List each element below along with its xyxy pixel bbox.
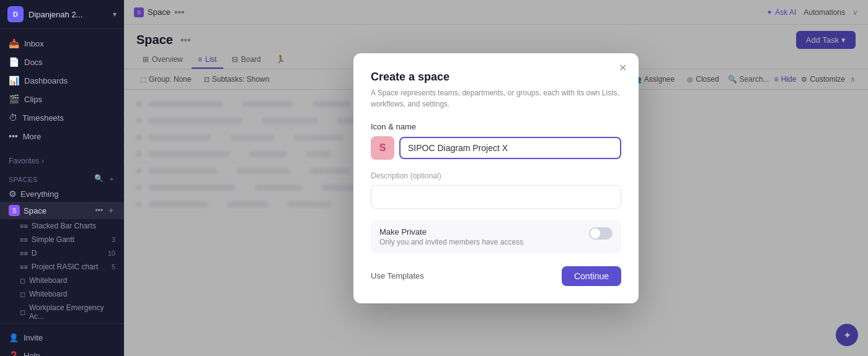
- spaces-label: Spaces: [9, 176, 38, 183]
- subitem-label: Whiteboard: [29, 290, 67, 298]
- sidebar-subitem-project-rasic[interactable]: ≡≡ Project RASIC chart 5: [0, 260, 124, 274]
- workplace-icon: ◻: [20, 308, 25, 316]
- sidebar-nav: 📥 Inbox 📄 Docs 📊 Dashboards 🎬 Clips ⏱ Ti…: [0, 29, 124, 150]
- help-icon: ❓: [9, 351, 19, 356]
- sidebar-header[interactable]: D Dipanjenah 2... ▾: [0, 0, 124, 29]
- inbox-icon: 📥: [9, 38, 19, 48]
- sidebar-subitem-whiteboard1[interactable]: ◻ Whiteboard: [0, 274, 124, 287]
- sidebar-item-label: Dashboards: [24, 76, 68, 85]
- dashboards-icon: 📊: [9, 76, 19, 85]
- continue-button[interactable]: Continue: [562, 266, 621, 286]
- subitem-label: D: [32, 249, 37, 258]
- sidebar-subitem-d[interactable]: ≡≡ D 10: [0, 246, 124, 260]
- subitem-label: Whiteboard: [29, 276, 67, 285]
- sidebar-item-label: Clips: [24, 95, 42, 104]
- toggle-knob: [590, 228, 600, 238]
- whiteboard-icon: ◻: [20, 290, 25, 298]
- create-space-modal: ✕ Create a space A Space represents team…: [353, 53, 639, 303]
- subitem-label: Stacked Bar Charts: [32, 222, 96, 230]
- modal-subtitle: A Space represents teams, departments, o…: [371, 87, 621, 110]
- description-label: Description (optional): [371, 171, 621, 180]
- sidebar-item-label: More: [23, 132, 42, 141]
- space-more-icon[interactable]: •••: [95, 206, 103, 215]
- sidebar-item-clips[interactable]: 🎬 Clips: [0, 90, 124, 108]
- make-private-toggle[interactable]: [589, 227, 613, 240]
- description-input[interactable]: [371, 185, 621, 209]
- private-title: Make Private: [379, 227, 523, 237]
- spaces-actions: 🔍 ＋: [94, 174, 115, 185]
- space-icon-picker[interactable]: S: [371, 136, 394, 160]
- main-content: S Space ••• ✦ Ask AI Automations ∨ Space…: [124, 0, 868, 356]
- sidebar-bottom: 👤 Invite ❓ Help: [0, 323, 124, 356]
- space-label: Space: [24, 206, 46, 215]
- space-add-icon[interactable]: ＋: [107, 205, 115, 216]
- help-label: Help: [24, 351, 40, 356]
- modal-footer: Use Templates Continue: [371, 266, 621, 286]
- sidebar-subitem-stacked-bar-charts[interactable]: ≡≡ Stacked Bar Charts: [0, 219, 124, 233]
- subitem-label: Simple Gantt: [32, 235, 74, 244]
- subitem-badge: 10: [108, 250, 115, 257]
- workspace-name: Dipanjenah 2...: [29, 10, 108, 19]
- subitem-label: Project RASIC chart: [32, 263, 98, 271]
- list-icon: ≡≡: [20, 222, 28, 230]
- sidebar-item-docs[interactable]: 📄 Docs: [0, 53, 124, 71]
- whiteboard-icon: ◻: [20, 277, 25, 285]
- invite-button[interactable]: 👤 Invite: [0, 329, 124, 347]
- favorites-label[interactable]: Favorites ›: [0, 153, 124, 169]
- sidebar-item-label: Inbox: [24, 39, 44, 48]
- sidebar-item-space[interactable]: S Space ••• ＋: [0, 202, 124, 219]
- sidebar: D Dipanjenah 2... ▾ 📥 Inbox 📄 Docs 📊 Das…: [0, 0, 124, 356]
- list-icon: ≡≡: [20, 263, 28, 271]
- subitem-badge: 5: [112, 263, 115, 271]
- invite-icon: 👤: [9, 333, 19, 342]
- invite-label: Invite: [24, 333, 43, 342]
- modal-title: Create a space: [371, 71, 621, 84]
- use-templates-button[interactable]: Use Templates: [371, 271, 424, 280]
- icon-name-row: S: [371, 136, 621, 160]
- help-button[interactable]: ❓ Help: [0, 347, 124, 356]
- subitem-label: Workplace Emergency Ac...: [29, 303, 115, 321]
- more-icon: •••: [9, 131, 18, 141]
- list-icon: ≡≡: [20, 250, 28, 257]
- everything-icon: ⚙: [9, 189, 17, 199]
- modal-close-button[interactable]: ✕: [615, 61, 630, 76]
- sidebar-item-label: Docs: [24, 58, 43, 67]
- sidebar-item-everything[interactable]: ⚙ Everything: [0, 186, 124, 202]
- timesheets-icon: ⏱: [9, 113, 17, 123]
- sidebar-item-dashboards[interactable]: 📊 Dashboards: [0, 71, 124, 90]
- private-info: Make Private Only you and invited member…: [379, 227, 523, 246]
- spaces-section-header: Spaces 🔍 ＋: [0, 170, 124, 186]
- space-name-input[interactable]: [399, 137, 621, 159]
- spaces-search-icon[interactable]: 🔍: [94, 174, 104, 185]
- space-avatar: S: [9, 205, 20, 216]
- sidebar-item-more[interactable]: ••• More: [0, 127, 124, 145]
- workspace-avatar: D: [7, 6, 24, 22]
- clips-icon: 🎬: [9, 94, 19, 104]
- private-desc: Only you and invited members have access: [379, 238, 523, 246]
- sidebar-item-timesheets[interactable]: ⏱ Timesheets: [0, 108, 124, 127]
- icon-name-label: Icon & name: [371, 122, 621, 131]
- sidebar-subitem-workplace[interactable]: ◻ Workplace Emergency Ac...: [0, 301, 124, 323]
- sidebar-item-label: Timesheets: [22, 113, 64, 123]
- modal-overlay: ✕ Create a space A Space represents team…: [124, 0, 868, 356]
- workspace-chevron[interactable]: ▾: [113, 10, 117, 19]
- spaces-add-icon[interactable]: ＋: [108, 174, 116, 185]
- make-private-row: Make Private Only you and invited member…: [371, 220, 621, 254]
- sidebar-subitem-simple-gantt[interactable]: ≡≡ Simple Gantt 3: [0, 233, 124, 246]
- sidebar-subitem-whiteboard2[interactable]: ◻ Whiteboard: [0, 287, 124, 301]
- subitem-badge: 3: [112, 236, 115, 243]
- sidebar-item-inbox[interactable]: 📥 Inbox: [0, 34, 124, 53]
- favorites-section: Favorites ›: [0, 150, 124, 170]
- list-icon: ≡≡: [20, 236, 28, 243]
- docs-icon: 📄: [9, 57, 19, 67]
- everything-label: Everything: [20, 189, 58, 199]
